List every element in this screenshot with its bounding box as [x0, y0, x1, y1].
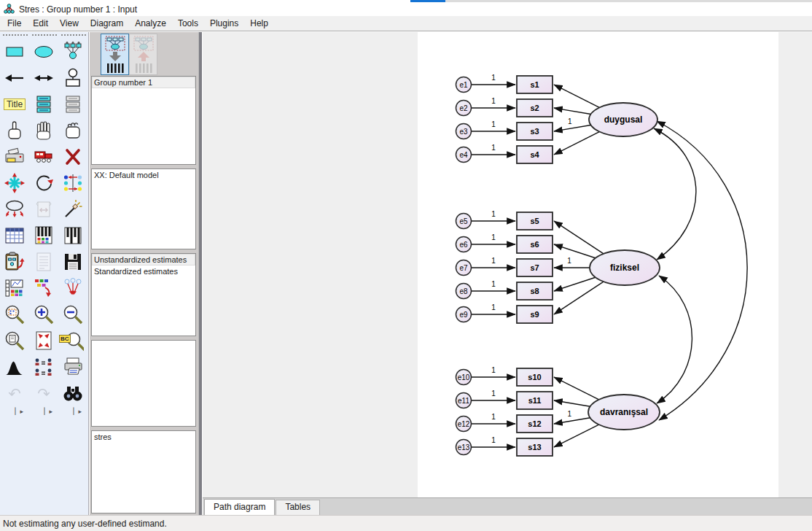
weight-label-e6: 1	[491, 233, 496, 241]
toolbar-overflow-3[interactable]: ▏▸	[58, 408, 87, 419]
toolbar-grid: Title	[0, 39, 88, 406]
weight-label-e3: 1	[491, 120, 496, 128]
model-item[interactable]: XX: Default model	[92, 169, 195, 181]
observed-label-s11: s11	[528, 396, 542, 405]
view-input-diagram-button[interactable]	[101, 34, 129, 75]
object-properties-icon	[4, 277, 26, 299]
empty-list	[91, 340, 196, 427]
menu-file[interactable]: File	[1, 17, 27, 30]
undo-icon: ↶	[8, 386, 21, 401]
drag-properties-button[interactable]	[29, 275, 58, 301]
preserve-symmetries-button[interactable]	[58, 275, 87, 301]
observed-label-s1: s1	[530, 80, 539, 89]
select-all-objects-button[interactable]	[29, 117, 58, 144]
move-objects-button[interactable]	[29, 144, 58, 170]
duplicate-objects-button[interactable]	[0, 144, 29, 170]
touch-up-button[interactable]	[58, 196, 87, 222]
estimates-item-standardized[interactable]: Standardized estimates	[92, 266, 195, 277]
weight-label-e13: 1	[491, 436, 496, 444]
text-output-button	[29, 249, 58, 275]
group-item[interactable]: Group number 1	[92, 77, 195, 88]
error-label-e3: e3	[459, 128, 468, 136]
tab-tables[interactable]: Tables	[276, 500, 320, 515]
menu-tools[interactable]: Tools	[172, 17, 204, 30]
bayesian-estimation-button[interactable]	[0, 354, 29, 380]
menu-analyze[interactable]: Analyze	[129, 17, 172, 30]
abacus-colored-icon	[33, 225, 55, 247]
side-panel: Group number 1 XX: Default model Unstand…	[90, 32, 198, 515]
observed-label-s12: s12	[528, 419, 541, 428]
change-shape-button[interactable]	[0, 170, 29, 196]
resize-to-fit-page-button[interactable]	[29, 327, 58, 354]
app-icon	[4, 4, 15, 15]
error-label-e8: e8	[459, 287, 468, 295]
tool-palette: Title	[0, 32, 89, 515]
error-label-e4: e4	[459, 151, 468, 159]
menu-bar: File Edit View Diagram Analyze Tools Plu…	[0, 16, 812, 31]
estimates-item-unstandardized[interactable]: Unstandardized estimates	[92, 254, 195, 266]
zoom-select-area-button[interactable]	[0, 301, 29, 327]
menu-view[interactable]: View	[54, 17, 85, 30]
multiple-group-analysis-button[interactable]	[29, 354, 58, 380]
draw-unobserved-ellipse-button[interactable]	[29, 39, 58, 65]
file-item-stres[interactable]: stres	[92, 431, 195, 443]
select-all-objects-icon	[33, 120, 55, 142]
select-data-files-button[interactable]	[0, 222, 29, 249]
zoom-in-button[interactable]	[29, 301, 58, 327]
status-text: Not estimating any user-defined estimand…	[3, 519, 167, 529]
save-diagram-button[interactable]	[58, 249, 87, 275]
latent-label-duygusal: duygusal	[604, 115, 643, 125]
latent-label-fiziksel: fiziksel	[610, 263, 639, 273]
tab-path-diagram[interactable]: Path diagram	[204, 499, 275, 515]
weight-label-e11: 1	[491, 389, 496, 398]
abacus-colored-button[interactable]	[29, 222, 58, 249]
observed-label-s2: s2	[530, 104, 539, 112]
menu-help[interactable]: Help	[244, 17, 274, 30]
draw-latent-with-indicators-button[interactable]	[58, 39, 87, 65]
figure-caption-title-icon: Title	[4, 98, 26, 110]
toolbar-overflow-2[interactable]: ▏▸	[29, 408, 58, 419]
draw-covariance-arrow-button[interactable]	[29, 65, 58, 91]
draw-observed-rectangle-button[interactable]	[0, 39, 29, 65]
select-single-object-button[interactable]	[0, 117, 29, 144]
menu-diagram[interactable]: Diagram	[85, 17, 129, 30]
object-properties-button[interactable]	[0, 275, 29, 301]
menu-plugins[interactable]: Plugins	[204, 17, 244, 30]
fixed-weight-label-fiziksel: 1	[567, 257, 571, 265]
figure-caption-title-button[interactable]: Title	[0, 91, 29, 117]
reflect-indicators-button[interactable]	[58, 170, 87, 196]
error-label-e7: e7	[459, 264, 468, 272]
observed-label-s7: s7	[530, 263, 539, 272]
drawing-canvas[interactable]: 1e1s11e2s21e3s311e4s4duygusal1e5s51e6s61…	[203, 32, 812, 497]
move-parameter-values-button[interactable]	[0, 196, 29, 222]
show-entire-page-button[interactable]	[0, 327, 29, 354]
print-diagram-button[interactable]	[58, 354, 87, 380]
deselect-all-objects-button[interactable]	[58, 117, 87, 144]
specification-search-button[interactable]	[58, 380, 87, 406]
view-output-diagram-button	[129, 34, 157, 75]
groups-list: Group number 1	[91, 76, 196, 165]
zoom-in-icon	[33, 303, 55, 325]
add-error-term-button[interactable]	[58, 65, 87, 91]
abacus-plain-button[interactable]	[58, 222, 87, 249]
loupe-examine-button[interactable]: BC	[58, 327, 87, 354]
observed-label-s8: s8	[530, 287, 539, 295]
error-label-e2: e2	[459, 104, 468, 112]
list-variables-in-model-button[interactable]	[29, 91, 58, 117]
list-variables-in-dataset-button[interactable]	[58, 91, 87, 117]
zoom-out-button[interactable]	[58, 301, 87, 327]
preserve-symmetries-icon	[62, 277, 84, 299]
fixed-weight-label-davranışsal: 1	[567, 410, 571, 418]
rotate-indicators-button[interactable]	[29, 170, 58, 196]
resize-to-fit-page-icon	[33, 330, 55, 352]
draw-path-arrow-button[interactable]	[0, 65, 29, 91]
error-label-e6: e6	[459, 241, 468, 249]
reposition-diagram-icon	[33, 198, 55, 220]
show-entire-page-icon	[4, 330, 26, 352]
zoom-out-icon	[62, 303, 84, 325]
tab-strip: Path diagram Tables	[203, 497, 812, 515]
copy-to-clipboard-button[interactable]	[0, 249, 29, 275]
toolbar-overflow-1[interactable]: ▏▸	[0, 408, 29, 419]
menu-edit[interactable]: Edit	[27, 17, 54, 30]
erase-objects-button[interactable]	[58, 144, 87, 170]
